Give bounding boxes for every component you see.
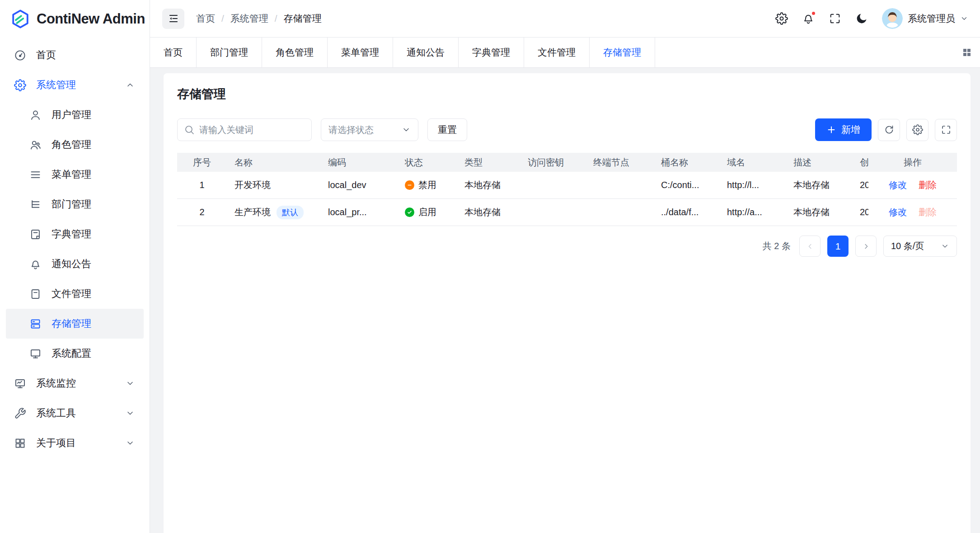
tab-department[interactable]: 部门管理 [197, 38, 262, 67]
column-header-description: 描述 [786, 153, 852, 172]
chevron-down-icon [126, 439, 135, 448]
tab-home[interactable]: 首页 [150, 38, 197, 67]
prev-page-button[interactable] [799, 236, 821, 257]
storage-icon [29, 318, 42, 330]
keyword-search-input[interactable] [199, 125, 305, 135]
refresh-button[interactable] [878, 119, 900, 141]
fullscreen-icon [941, 124, 952, 135]
column-header-endpoint: 终端节点 [586, 153, 653, 172]
delete-link-disabled[interactable]: 删除 [919, 206, 937, 218]
reset-button[interactable]: 重置 [427, 118, 467, 141]
tab-role[interactable]: 角色管理 [262, 38, 328, 67]
sidebar-item-label: 系统配置 [52, 347, 91, 360]
sidebar-item-home[interactable]: 首页 [6, 40, 144, 70]
apps-icon [14, 437, 26, 449]
cell-actions: 修改 删除 [868, 172, 957, 198]
breadcrumb-separator: / [221, 13, 224, 24]
sidebar-item-about-project[interactable]: 关于项目 [6, 428, 144, 458]
breadcrumb-separator: / [275, 13, 277, 24]
status-select[interactable]: 请选择状态 [321, 118, 418, 141]
app-root: ContiNew Admin 首页 系统管理 [0, 0, 980, 533]
user-name: 系统管理员 [908, 12, 955, 25]
sidebar-item-system-monitor[interactable]: 系统监控 [6, 368, 144, 398]
sidebar-item-role-management[interactable]: 角色管理 [6, 130, 144, 160]
tab-dictionary[interactable]: 字典管理 [459, 38, 524, 67]
cell-domain: http://l... [719, 172, 786, 198]
table-settings-button[interactable] [906, 119, 928, 141]
pagination-total: 共 2 条 [763, 240, 791, 252]
edit-link[interactable]: 修改 [889, 206, 907, 218]
breadcrumb-home[interactable]: 首页 [196, 12, 215, 25]
table-row: 1 开发环境 local_dev 禁用 本地存储 C:/conti... [177, 172, 957, 199]
status-disabled-icon [405, 180, 414, 190]
edit-link[interactable]: 修改 [889, 179, 907, 191]
bell-icon [29, 258, 42, 270]
cell-name: 开发环境 [227, 172, 320, 198]
topbar-actions: 系统管理员 [775, 8, 968, 29]
tab-menu[interactable]: 菜单管理 [328, 38, 393, 67]
page-1-button[interactable]: 1 [827, 236, 849, 257]
add-button[interactable]: 新增 [815, 118, 872, 141]
user-group-icon [29, 139, 42, 151]
dark-mode-button[interactable] [855, 12, 868, 25]
keyword-search-field[interactable] [177, 118, 312, 141]
cell-code: local_pr... [320, 199, 397, 226]
chevron-down-icon [402, 125, 411, 134]
sidebar-item-system-management[interactable]: 系统管理 [6, 70, 144, 100]
tab-file[interactable]: 文件管理 [524, 38, 590, 67]
tab-storage[interactable]: 存储管理 [590, 38, 655, 67]
notification-badge [811, 11, 816, 16]
sidebar-item-dictionary-management[interactable]: 字典管理 [6, 219, 144, 249]
delete-link[interactable]: 删除 [919, 179, 937, 191]
sidebar-item-storage-management[interactable]: 存储管理 [6, 309, 144, 339]
chevron-down-icon [960, 14, 968, 23]
breadcrumb-system[interactable]: 系统管理 [230, 12, 268, 25]
sidebar-nav: 首页 系统管理 用户管理 [0, 38, 150, 458]
sidebar-item-label: 系统管理 [36, 78, 76, 92]
page-size-select[interactable]: 10 条/页 [883, 236, 957, 257]
cell-description: 本地存储 [786, 199, 852, 226]
table-fullscreen-button[interactable] [935, 119, 957, 141]
sidebar-collapse-button[interactable] [162, 9, 184, 29]
storage-card: 存储管理 请选择状态 重置 [164, 73, 971, 533]
status-label: 启用 [418, 206, 436, 218]
tab-actions-button[interactable] [954, 38, 980, 67]
sidebar-item-user-management[interactable]: 用户管理 [6, 100, 144, 130]
add-button-label: 新增 [841, 123, 860, 136]
monitor-chart-icon [14, 377, 26, 390]
sidebar-item-label: 菜单管理 [52, 168, 91, 181]
dictionary-icon [29, 228, 42, 241]
column-header-index: 序号 [177, 153, 227, 172]
column-header-actions: 操作 [868, 153, 957, 172]
monitor-icon [29, 348, 42, 360]
sidebar-item-system-config[interactable]: 系统配置 [6, 339, 144, 368]
notifications-button[interactable] [802, 12, 815, 25]
tab-notice[interactable]: 通知公告 [393, 38, 459, 67]
fullscreen-button[interactable] [829, 12, 841, 25]
logo-row[interactable]: ContiNew Admin [0, 0, 150, 38]
tree-icon [29, 198, 42, 211]
search-icon [184, 124, 195, 135]
page-title: 存储管理 [177, 86, 957, 102]
app-logo-icon [10, 9, 31, 29]
main-area: 首页 / 系统管理 / 存储管理 [150, 0, 980, 533]
cell-access-key [520, 172, 586, 198]
tabbar: 首页 部门管理 角色管理 菜单管理 通知公告 字典管理 文件管理 存储管理 [150, 38, 980, 68]
file-icon [29, 288, 42, 300]
sidebar-item-notice[interactable]: 通知公告 [6, 249, 144, 279]
sidebar-item-menu-management[interactable]: 菜单管理 [6, 160, 144, 189]
default-badge: 默认 [277, 206, 304, 219]
user-menu[interactable]: 系统管理员 [882, 8, 968, 29]
next-page-button[interactable] [855, 236, 877, 257]
sidebar-item-file-management[interactable]: 文件管理 [6, 279, 144, 309]
cell-created: 20 [852, 199, 868, 226]
column-header-access-key: 访问密钥 [520, 153, 586, 172]
column-header-domain: 域名 [719, 153, 786, 172]
cell-access-key [520, 199, 586, 226]
column-header-status: 状态 [397, 153, 457, 172]
sidebar-item-department-management[interactable]: 部门管理 [6, 189, 144, 219]
cell-created: 20 [852, 172, 868, 198]
sidebar-item-system-tools[interactable]: 系统工具 [6, 398, 144, 428]
settings-button[interactable] [775, 12, 788, 25]
chevron-down-icon [126, 379, 135, 388]
